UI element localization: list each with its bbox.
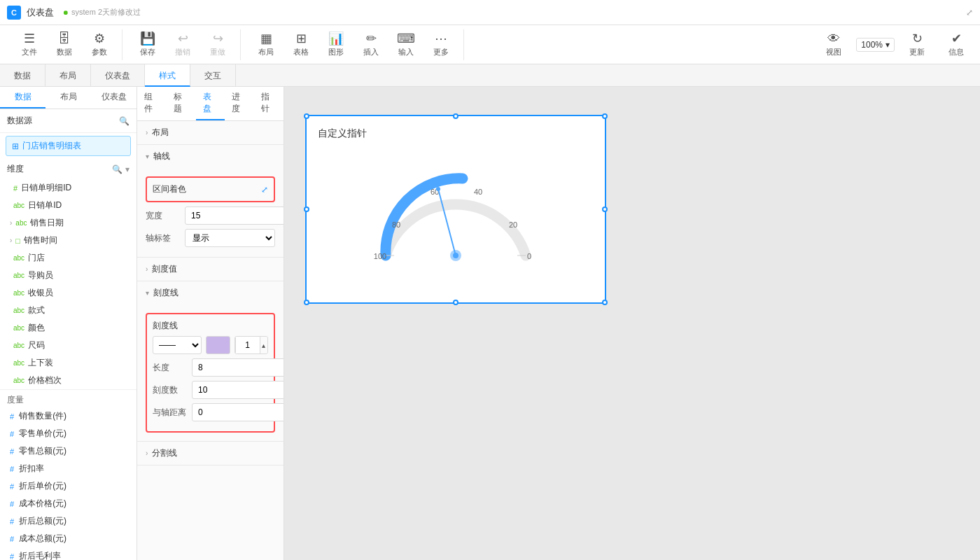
datasource-section: 数据源 🔍 xyxy=(0,109,136,133)
tab-style[interactable]: 样式 xyxy=(145,64,190,87)
update-button[interactable]: ↻ 更新 xyxy=(900,29,934,60)
tab-interact[interactable]: 交互 xyxy=(190,64,236,87)
field-name: 销售日期 xyxy=(30,217,64,229)
chart-button[interactable]: 📊 图形 xyxy=(319,29,353,60)
scale-line-section-header[interactable]: ▾ 刻度线 xyxy=(137,281,284,304)
length-input[interactable] xyxy=(192,358,284,377)
zoom-chevron[interactable]: ▾ xyxy=(886,40,890,50)
view-button[interactable]: 👁 视图 xyxy=(817,29,850,60)
list-item[interactable]: abc 价格档次 xyxy=(0,372,136,389)
list-item[interactable]: abc 日销单ID xyxy=(0,197,136,214)
input-label: 输入 xyxy=(398,47,414,57)
dimensions-label: 维度 xyxy=(7,163,24,175)
expand-dim-icon[interactable]: ▾ xyxy=(125,164,130,174)
list-item[interactable]: abc 门店 xyxy=(0,249,136,267)
zoom-control[interactable]: 100% ▾ xyxy=(856,38,895,52)
list-item[interactable]: abc 上下装 xyxy=(0,354,136,372)
edit-icon[interactable]: ⤢ xyxy=(261,185,268,195)
gauge-svg: 100 80 60 40 20 0 xyxy=(365,147,547,273)
style-tab-title[interactable]: 标题 xyxy=(167,87,196,120)
divider-section-header[interactable]: › 分割线 xyxy=(137,442,284,465)
line-style-select[interactable]: —— - - - ····· xyxy=(153,336,202,354)
datasource-item[interactable]: ⊞ 门店销售明细表 xyxy=(6,136,131,156)
list-item[interactable]: # 成本价格(元) xyxy=(0,495,136,512)
width-input[interactable] xyxy=(185,206,284,225)
sidebar-tab-layout[interactable]: 布局 xyxy=(46,87,91,108)
search-dim-icon[interactable]: 🔍 xyxy=(112,164,122,174)
field-name: 零售总额(元) xyxy=(19,445,66,457)
field-name: 收银员 xyxy=(28,287,53,299)
data-icon: 🗄 xyxy=(58,32,71,45)
more-icon: ⋯ xyxy=(435,32,447,45)
search-icon[interactable]: 🔍 xyxy=(119,116,130,126)
axis-section-header[interactable]: ▾ 轴线 xyxy=(137,145,284,168)
gauge-canvas-wrap: 100 80 60 40 20 0 xyxy=(318,147,594,273)
tab-data[interactable]: 数据 xyxy=(0,64,46,87)
list-item[interactable]: # 折后总额(元) xyxy=(0,512,136,530)
info-button[interactable]: ✔ 信息 xyxy=(939,29,973,60)
sidebar-section-tabs: 数据 布局 仪表盘 xyxy=(0,87,136,109)
list-item[interactable]: abc 收银员 xyxy=(0,284,136,302)
field-name: 款式 xyxy=(28,304,45,316)
list-item[interactable]: › □ 销售时间 xyxy=(0,232,136,249)
insert-button[interactable]: ✏ 插入 xyxy=(354,29,388,60)
chart-icon: 📊 xyxy=(328,32,344,45)
sidebar-tab-data[interactable]: 数据 xyxy=(0,87,46,108)
more-button[interactable]: ⋯ 更多 xyxy=(424,29,458,60)
data-label: 数据 xyxy=(57,47,72,57)
axis-distance-input[interactable] xyxy=(192,403,284,421)
list-item[interactable]: # 零售总额(元) xyxy=(0,442,136,460)
titlebar-right: ⤢ xyxy=(966,8,973,18)
data-button[interactable]: 🗄 数据 xyxy=(48,29,81,60)
gauge-widget[interactable]: 自定义指针 xyxy=(305,115,606,304)
list-item[interactable]: # 折扣率 xyxy=(0,460,136,477)
sidebar-tab-dashboard[interactable]: 仪表盘 xyxy=(91,87,136,108)
field-type-icon: abc xyxy=(13,377,24,384)
list-item[interactable]: # 折后毛利率 xyxy=(0,547,136,560)
list-item[interactable]: # 折后单价(元) xyxy=(0,477,136,495)
style-tab-component[interactable]: 组件 xyxy=(137,87,167,120)
count-input[interactable] xyxy=(235,337,260,354)
expand-icon[interactable]: ⤢ xyxy=(966,8,973,18)
list-item[interactable]: # 销售数量(件) xyxy=(0,407,136,425)
layout-section-header[interactable]: › 布局 xyxy=(137,121,284,144)
datasource-name: 门店销售明细表 xyxy=(22,140,81,152)
list-item[interactable]: # 成本总额(元) xyxy=(0,530,136,547)
field-type-icon: abc xyxy=(13,307,24,314)
table-button[interactable]: ⊞ 表格 xyxy=(284,29,318,60)
list-item[interactable]: # 零售单价(元) xyxy=(0,425,136,442)
canvas-area[interactable]: 自定义指针 xyxy=(284,87,980,560)
style-tab-needle[interactable]: 指针 xyxy=(254,87,284,120)
svg-line-19 xyxy=(438,189,456,255)
zoom-value: 100% xyxy=(861,40,883,50)
file-button[interactable]: ☰ 文件 xyxy=(13,29,46,60)
update-label: 更新 xyxy=(909,47,925,57)
tick-count-input[interactable] xyxy=(192,381,284,399)
list-item[interactable]: # 日销单明细ID xyxy=(0,179,136,197)
count-stepper[interactable]: ▴ xyxy=(234,336,268,354)
tab-layout[interactable]: 布局 xyxy=(46,64,91,87)
undo-button[interactable]: ↩ 撤销 xyxy=(166,29,200,60)
scale-line-section-body: 刻度线 —— - - - ····· ▴ xyxy=(137,304,284,441)
list-item[interactable]: abc 颜色 xyxy=(0,319,136,337)
width-row: 宽度 xyxy=(146,206,275,225)
tab-dashboard[interactable]: 仪表盘 xyxy=(91,64,145,87)
list-item[interactable]: abc 款式 xyxy=(0,302,136,319)
width-label: 宽度 xyxy=(146,210,179,222)
param-button[interactable]: ⚙ 参数 xyxy=(83,29,116,60)
list-item[interactable]: › abc 销售日期 xyxy=(0,214,136,232)
style-tab-dial[interactable]: 表盘 xyxy=(196,87,225,120)
tick-color-swatch[interactable] xyxy=(206,336,230,354)
redo-button[interactable]: ↪ 重做 xyxy=(201,29,234,60)
style-tab-progress[interactable]: 进度 xyxy=(225,87,254,120)
axis-label-select[interactable]: 显示 xyxy=(185,229,275,247)
step-up-button[interactable]: ▴ xyxy=(260,337,267,354)
layout-button[interactable]: ▦ 布局 xyxy=(249,29,283,60)
toolbar-group-file: ☰ 文件 🗄 数据 ⚙ 参数 xyxy=(7,29,122,60)
input-button[interactable]: ⌨ 输入 xyxy=(389,29,423,60)
scale-value-section-header[interactable]: › 刻度值 xyxy=(137,258,284,281)
list-item[interactable]: abc 尺码 xyxy=(0,337,136,354)
list-item[interactable]: abc 导购员 xyxy=(0,267,136,284)
save-icon: 💾 xyxy=(140,32,155,45)
save-button[interactable]: 💾 保存 xyxy=(131,29,164,60)
